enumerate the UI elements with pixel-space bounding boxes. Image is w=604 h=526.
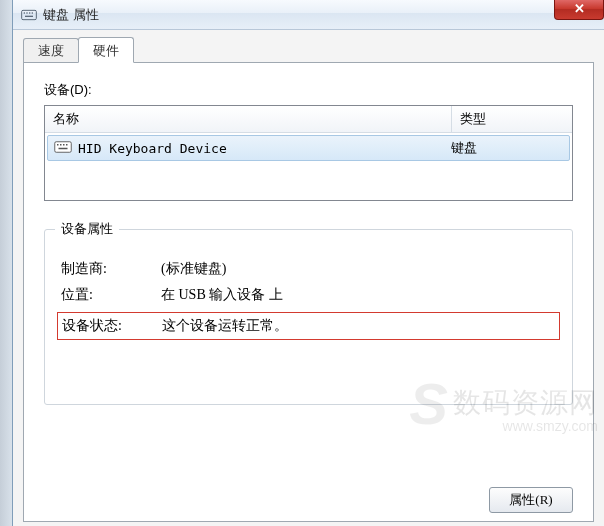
svg-rect-10 xyxy=(66,144,68,146)
status-value: 这个设备运转正常。 xyxy=(162,317,555,335)
listview-body: HID Keyboard Device 键盘 xyxy=(45,133,572,200)
column-header-type[interactable]: 类型 xyxy=(452,106,572,132)
window-left-shadow xyxy=(0,0,12,526)
device-name: HID Keyboard Device xyxy=(78,141,451,156)
tab-label: 硬件 xyxy=(93,43,119,58)
property-row-status: 设备状态: 这个设备运转正常。 xyxy=(62,317,555,335)
svg-rect-8 xyxy=(60,144,62,146)
location-label: 位置: xyxy=(61,286,161,304)
svg-rect-1 xyxy=(24,12,25,13)
properties-button[interactable]: 属性(R) xyxy=(489,487,573,513)
devices-listview[interactable]: 名称 类型 xyxy=(44,105,573,201)
svg-rect-6 xyxy=(55,142,72,153)
manufacturer-value: (标准键盘) xyxy=(161,260,556,278)
titlebar[interactable]: 键盘 属性 ✕ xyxy=(13,0,604,30)
close-button[interactable]: ✕ xyxy=(554,0,604,20)
button-label: 属性(R) xyxy=(509,492,552,507)
property-row-manufacturer: 制造商: (标准键盘) xyxy=(61,260,556,278)
keyboard-icon xyxy=(21,7,37,23)
tab-page-hardware: 设备(D): 名称 类型 xyxy=(23,62,594,522)
svg-rect-4 xyxy=(32,12,33,13)
device-type: 键盘 xyxy=(451,139,563,157)
manufacturer-label: 制造商: xyxy=(61,260,161,278)
dialog-body: 速度 硬件 设备(D): 名称 类型 xyxy=(13,30,604,526)
svg-rect-11 xyxy=(59,148,68,150)
svg-rect-7 xyxy=(57,144,59,146)
column-header-name[interactable]: 名称 xyxy=(45,106,452,132)
devices-label: 设备(D): xyxy=(44,81,573,99)
window-title: 键盘 属性 xyxy=(43,6,99,24)
tab-speed[interactable]: 速度 xyxy=(23,38,79,62)
tab-label: 速度 xyxy=(38,43,64,58)
device-properties-group: 设备属性 制造商: (标准键盘) 位置: 在 USB 输入设备 上 设备状态: … xyxy=(44,229,573,405)
svg-rect-3 xyxy=(29,12,30,13)
listview-header: 名称 类型 xyxy=(45,106,572,133)
svg-rect-0 xyxy=(22,10,37,19)
group-title: 设备属性 xyxy=(55,220,119,238)
location-value: 在 USB 输入设备 上 xyxy=(161,286,556,304)
svg-rect-2 xyxy=(26,12,27,13)
property-row-location: 位置: 在 USB 输入设备 上 xyxy=(61,286,556,304)
status-label: 设备状态: xyxy=(62,317,162,335)
status-highlight: 设备状态: 这个设备运转正常。 xyxy=(57,312,560,340)
svg-rect-5 xyxy=(25,15,33,16)
svg-rect-9 xyxy=(63,144,65,146)
keyboard-device-icon xyxy=(54,141,72,155)
tabstrip: 速度 硬件 xyxy=(23,38,594,62)
list-item[interactable]: HID Keyboard Device 键盘 xyxy=(47,135,570,161)
close-icon: ✕ xyxy=(574,1,585,16)
tab-hardware[interactable]: 硬件 xyxy=(78,37,134,63)
dialog-window: 键盘 属性 ✕ 速度 硬件 设备(D): 名称 类型 xyxy=(12,0,604,526)
